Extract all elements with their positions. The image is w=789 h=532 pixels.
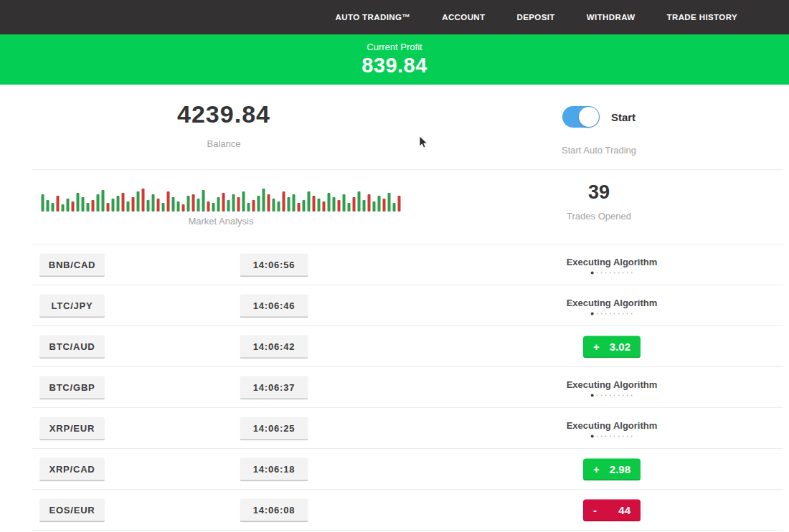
up-bar <box>293 194 296 212</box>
current-profit-banner: Current Profit 839.84 <box>0 34 789 85</box>
up-bar <box>343 194 346 212</box>
auto-trading-block: Start Start Auto Trading <box>562 106 636 156</box>
nav-item-trade-history[interactable]: TRADE HISTORY <box>667 13 738 22</box>
up-bar <box>328 193 331 212</box>
down-bar <box>298 203 301 212</box>
nav-item-withdraw[interactable]: WITHDRAW <box>587 13 636 22</box>
current-profit-value: 839.84 <box>362 54 427 77</box>
pair-badge[interactable]: XRP/EUR <box>39 417 105 440</box>
time-badge: 14:06:42 <box>240 335 308 358</box>
down-bar <box>72 201 75 212</box>
down-bar <box>182 204 185 212</box>
up-bar <box>212 203 215 212</box>
down-bar <box>132 197 135 212</box>
stats-section-bottom: Market Analysis 39 Trades Opened <box>0 170 789 244</box>
result-amount: 3.02 <box>610 340 630 352</box>
up-bar <box>87 203 90 212</box>
toggle-knob-icon <box>579 107 599 127</box>
progress-dots-icon <box>591 434 633 437</box>
balance-value: 4239.84 <box>177 100 270 128</box>
up-bar <box>232 194 235 212</box>
down-bar <box>368 194 371 212</box>
up-bar <box>303 200 306 212</box>
down-bar <box>57 196 60 212</box>
up-bar <box>162 203 165 212</box>
balance-block: 4239.84 Balance <box>177 100 270 149</box>
up-bar <box>363 200 366 212</box>
table-row: BTC/GBP 14:06:37 Executing Algorithm <box>0 367 789 408</box>
trade-status: +3.02 <box>583 336 641 358</box>
trade-status: Executing Algorithm <box>567 419 658 437</box>
up-bar <box>217 197 220 212</box>
up-bar <box>197 199 200 212</box>
toggle-label: Start <box>611 111 636 123</box>
trade-status: Executing Algorithm <box>567 379 658 396</box>
market-analysis-chart <box>42 183 401 212</box>
up-bar <box>172 197 175 212</box>
up-bar <box>112 199 115 212</box>
table-row: XRP/CAD 14:06:18 +2.98 <box>0 449 789 490</box>
up-bar <box>67 199 70 212</box>
up-bar <box>273 199 275 212</box>
down-bar <box>353 197 356 212</box>
down-bar <box>313 196 316 212</box>
result-amount: 2.98 <box>610 462 630 475</box>
up-bar <box>227 200 230 212</box>
trade-status: +2.98 <box>583 458 641 480</box>
up-bar <box>388 193 391 212</box>
market-analysis-block: Market Analysis <box>42 183 401 227</box>
pair-badge[interactable]: BTC/AUD <box>39 335 105 358</box>
pair-badge[interactable]: XRP/CAD <box>39 457 105 481</box>
top-navbar: AUTO TRADING™ACCOUNTDEPOSITWITHDRAWTRADE… <box>0 0 789 34</box>
up-bar <box>47 200 49 212</box>
up-bar <box>77 193 80 212</box>
pair-badge[interactable]: BNB/CAD <box>39 253 105 277</box>
down-bar <box>107 203 110 212</box>
down-bar <box>222 193 225 212</box>
up-bar <box>373 201 376 212</box>
executing-algorithm-label: Executing Algorithm <box>567 256 658 267</box>
up-bar <box>393 203 396 212</box>
auto-trading-toggle[interactable] <box>562 106 600 128</box>
up-bar <box>242 191 245 212</box>
up-bar <box>97 194 100 212</box>
up-bar <box>348 203 351 212</box>
market-analysis-label: Market Analysis <box>42 216 401 227</box>
down-bar <box>122 193 125 212</box>
trade-status: Executing Algorithm <box>567 256 658 274</box>
up-bar <box>127 201 130 212</box>
table-row: BNB/CAD 14:06:56 Executing Algorithm <box>0 244 789 285</box>
executing-algorithm-label: Executing Algorithm <box>567 297 658 308</box>
auto-trading-label: Start Auto Trading <box>562 145 636 156</box>
pair-badge[interactable]: EOS/EUR <box>39 498 105 522</box>
executing-algorithm-label: Executing Algorithm <box>567 419 658 430</box>
up-bar <box>117 196 120 212</box>
time-badge: 14:06:37 <box>240 376 308 399</box>
up-bar <box>187 196 190 212</box>
progress-dots-icon <box>591 394 633 396</box>
down-bar <box>167 191 170 212</box>
down-bar <box>142 189 145 212</box>
up-bar <box>52 203 55 212</box>
nav-item-deposit[interactable]: DEPOSIT <box>517 13 555 22</box>
pair-badge[interactable]: BTC/GBP <box>39 376 105 399</box>
up-bar <box>42 194 44 212</box>
up-bar <box>137 191 140 212</box>
down-bar <box>323 201 326 212</box>
pair-badge[interactable]: LTC/JPY <box>39 294 105 318</box>
up-bar <box>278 201 280 212</box>
down-bar <box>338 200 341 212</box>
time-badge: 14:06:08 <box>240 498 308 522</box>
nav-item-account[interactable]: ACCOUNT <box>442 13 485 22</box>
down-bar <box>192 194 195 212</box>
result-sign: - <box>593 503 597 516</box>
current-profit-label: Current Profit <box>367 42 422 52</box>
table-row: EOS/EUR 14:06:08 -44 <box>0 490 789 531</box>
down-bar <box>383 199 386 212</box>
up-bar <box>358 191 361 212</box>
up-bar <box>308 191 311 212</box>
up-bar <box>202 190 205 212</box>
time-badge: 14:06:25 <box>240 417 308 440</box>
nav-item-auto-trading[interactable]: AUTO TRADING™ <box>336 13 411 22</box>
trades-list: BNB/CAD 14:06:56 Executing Algorithm LTC… <box>0 244 789 531</box>
